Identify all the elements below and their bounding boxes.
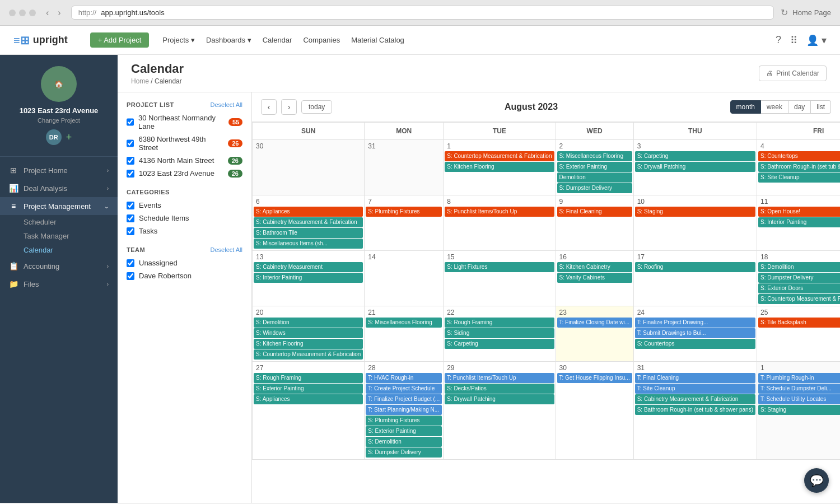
- list-view-button[interactable]: list: [811, 100, 831, 114]
- cal-event[interactable]: T: Get House Flipping Insu...: [557, 373, 632, 383]
- nav-material-catalog[interactable]: Material Catalog: [351, 36, 404, 44]
- cal-event[interactable]: T: Submit Drawings to Bui...: [635, 328, 755, 338]
- next-month-button[interactable]: ›: [281, 99, 297, 115]
- breadcrumb-home[interactable]: Home: [131, 77, 149, 85]
- cal-day[interactable]: 13 S: Cabinetry Measurement S: Interior …: [253, 251, 365, 306]
- cal-day[interactable]: 23 T: Finalize Closing Date wi...: [556, 306, 633, 362]
- cal-event[interactable]: S: Staging: [635, 207, 755, 217]
- tasks-checkbox[interactable]: [127, 227, 134, 235]
- cal-day[interactable]: 9 S: Final Cleaning: [556, 195, 633, 251]
- cal-event[interactable]: S: Countertops: [758, 151, 840, 161]
- project-3-checkbox[interactable]: [127, 157, 134, 165]
- add-project-button[interactable]: + Add Project: [90, 32, 150, 48]
- cal-day[interactable]: 20 S: Demolition S: Windows S: Kitchen F…: [253, 306, 365, 362]
- cal-event[interactable]: S: Interior Painting: [254, 273, 363, 283]
- cal-event[interactable]: S: Plumbing Fixtures: [366, 207, 442, 217]
- filter-category-schedule[interactable]: Schedule Items: [127, 214, 242, 222]
- help-icon[interactable]: ?: [776, 34, 781, 46]
- cal-day[interactable]: 6 S: Appliances S: Cabinetry Measurement…: [253, 195, 365, 251]
- project-2-checkbox[interactable]: [127, 139, 134, 147]
- cal-event[interactable]: S: Demolition: [758, 262, 840, 272]
- cal-event[interactable]: S: Siding: [445, 328, 554, 338]
- cal-event[interactable]: S: Site Cleanup: [758, 172, 840, 183]
- sidebar-item-calendar[interactable]: Calendar: [24, 243, 118, 257]
- cal-event[interactable]: S: Plumbing Fixtures: [366, 416, 442, 426]
- cal-event[interactable]: T: Start Planning/Making N...: [366, 405, 442, 415]
- cal-event[interactable]: S: Decks/Patios: [445, 384, 554, 394]
- url-bar[interactable]: http:// app.upright.us/tools: [71, 6, 774, 20]
- cal-day[interactable]: 1 S: Countertop Measurement & Fabricatio…: [444, 140, 556, 195]
- apps-icon[interactable]: ⠿: [790, 34, 797, 46]
- deselect-all-projects[interactable]: Deselect All: [211, 101, 242, 108]
- cal-day[interactable]: 29 T: Punchlist Items/Touch Up S: Decks/…: [444, 362, 556, 460]
- project-4-checkbox[interactable]: [127, 170, 134, 178]
- schedule-checkbox[interactable]: [127, 214, 134, 222]
- cal-event[interactable]: S: Light Fixtures: [445, 262, 554, 272]
- print-calendar-button[interactable]: 🖨 Print Calendar: [759, 66, 827, 81]
- cal-event[interactable]: S: Rough Framing: [254, 373, 363, 383]
- cal-event[interactable]: T: Punchlist Items/Touch Up: [445, 373, 554, 383]
- cal-event[interactable]: T: HVAC Rough-in: [366, 373, 442, 383]
- cal-event[interactable]: S: Countertops: [635, 339, 755, 349]
- sidebar-item-project-management[interactable]: ≡ Project Management ⌄: [0, 197, 118, 215]
- cal-event[interactable]: S: Open House!: [758, 207, 840, 217]
- cal-event[interactable]: T: Schedule Utility Locates: [758, 394, 840, 404]
- back-button[interactable]: ‹: [43, 7, 52, 19]
- cal-day[interactable]: 3 S: Carpeting S: Drywall Patching: [633, 140, 757, 195]
- cal-day[interactable]: 27 S: Rough Framing S: Exterior Painting…: [253, 362, 365, 460]
- cal-day[interactable]: 28 T: HVAC Rough-in T: Create Project Sc…: [365, 362, 444, 460]
- cal-event[interactable]: S: Dumpster Delivery: [758, 273, 840, 283]
- sidebar-item-files[interactable]: 📁 Files ›: [0, 275, 118, 293]
- cal-event[interactable]: S: Miscellaneous Flooring: [557, 151, 632, 161]
- cal-event[interactable]: T: Final Cleaning: [635, 373, 755, 383]
- forward-button[interactable]: ›: [54, 7, 64, 19]
- cal-event[interactable]: S: Drywall Patching: [635, 162, 755, 172]
- nav-calendar[interactable]: Calendar: [263, 36, 292, 44]
- unassigned-checkbox[interactable]: [127, 259, 134, 267]
- cal-event[interactable]: S: Appliances: [254, 207, 363, 217]
- cal-event[interactable]: S: Miscellaneous Items (sh...: [254, 239, 363, 249]
- cal-event[interactable]: S: Kitchen Flooring: [254, 339, 363, 349]
- cal-day[interactable]: 30: [253, 140, 365, 195]
- cal-event[interactable]: S: Dumpster Delivery: [557, 183, 632, 193]
- cal-event[interactable]: S: Vanity Cabinets: [557, 273, 632, 283]
- cal-day[interactable]: 8 S: Punchlist Items/Touch Up: [444, 195, 556, 251]
- browser-nav[interactable]: ‹ ›: [43, 7, 64, 19]
- nav-dashboards[interactable]: Dashboards ▾: [206, 36, 251, 44]
- cal-event[interactable]: S: Drywall Patching: [445, 394, 554, 404]
- add-user-button[interactable]: +: [66, 132, 72, 143]
- cal-day[interactable]: 4 S: Countertops S: Bathroom Rough-in (s…: [757, 140, 841, 195]
- cal-day[interactable]: 1 T: Plumbing Rough-in T: Schedule Dumps…: [757, 362, 841, 460]
- cal-event[interactable]: S: Carpeting: [445, 339, 554, 349]
- cal-event[interactable]: S: Carpeting: [635, 151, 755, 161]
- cal-event[interactable]: S: Exterior Painting: [366, 426, 442, 436]
- cal-day[interactable]: 2 S: Miscellaneous Flooring S: Exterior …: [556, 140, 633, 195]
- nav-projects[interactable]: Projects ▾: [162, 36, 195, 44]
- deselect-all-team[interactable]: Deselect All: [211, 246, 242, 253]
- cal-day[interactable]: 30 T: Get House Flipping Insu...: [556, 362, 633, 460]
- cal-day[interactable]: 15 S: Light Fixtures: [444, 251, 556, 306]
- user-icon[interactable]: 👤 ▾: [806, 34, 827, 46]
- filter-team-unassigned[interactable]: Unassigned: [127, 259, 242, 267]
- dave-checkbox[interactable]: [127, 272, 134, 280]
- today-button[interactable]: today: [301, 100, 332, 114]
- filter-team-dave[interactable]: Dave Robertson: [127, 272, 242, 280]
- cal-event[interactable]: S: Staging: [758, 405, 840, 415]
- cal-event[interactable]: S: Cabinetry Measurement: [254, 262, 363, 272]
- cal-day[interactable]: 17 S: Roofing: [633, 251, 757, 306]
- cal-event[interactable]: T: Site Cleanup: [635, 384, 755, 394]
- cal-event[interactable]: S: Appliances: [254, 394, 363, 404]
- events-checkbox[interactable]: [127, 202, 134, 209]
- cal-day[interactable]: 18 S: Demolition S: Dumpster Delivery S:…: [757, 251, 841, 306]
- cal-day[interactable]: 31: [365, 140, 444, 195]
- cal-event[interactable]: T: Finalize Project Drawing...: [635, 318, 755, 328]
- change-project-button[interactable]: Change Project: [38, 117, 80, 124]
- cal-event[interactable]: T: Plumbing Rough-in: [758, 373, 840, 383]
- cal-event[interactable]: S: Exterior Painting: [254, 384, 363, 394]
- cal-event[interactable]: S: Exterior Painting: [557, 162, 632, 172]
- refresh-button[interactable]: ↻: [781, 7, 788, 18]
- cal-event[interactable]: S: Miscellaneous Flooring: [366, 318, 442, 328]
- cal-event[interactable]: S: Countertop Measurement & Fabrication: [254, 349, 363, 360]
- cal-event[interactable]: S: Bathroom Rough-in (set tub & shower p…: [758, 162, 840, 172]
- cal-event[interactable]: S: Dumpster Delivery: [366, 447, 442, 458]
